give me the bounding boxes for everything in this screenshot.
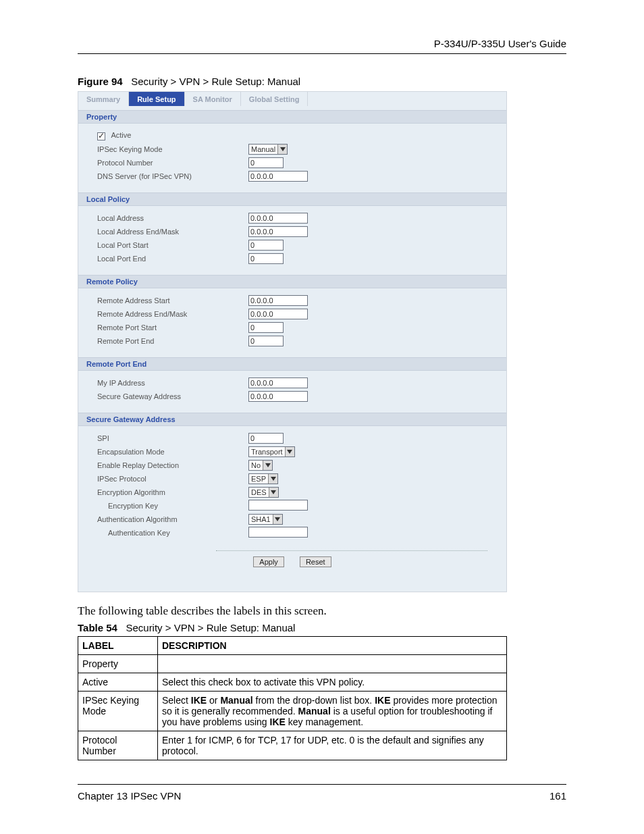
local-input-0[interactable]: 0.0.0.0 xyxy=(248,213,308,224)
table-row: IPSec Keying ModeSelect IKE or Manual fr… xyxy=(78,692,507,731)
remote-input-1[interactable]: 0.0.0.0 xyxy=(248,309,308,319)
chevron-down-icon xyxy=(263,461,272,470)
svg-marker-4 xyxy=(271,490,276,494)
svg-marker-3 xyxy=(271,477,276,481)
chevron-down-icon xyxy=(273,515,282,524)
remote-label-2: Remote Port Start xyxy=(97,323,248,332)
rpe-input-1[interactable]: 0.0.0.0 xyxy=(248,391,308,402)
table-row: ActiveSelect this check box to activate … xyxy=(78,673,507,692)
sga-label-2: Enable Replay Detection xyxy=(97,461,248,469)
header-rule xyxy=(78,53,566,54)
chevron-down-icon xyxy=(268,474,277,484)
chevron-down-icon xyxy=(269,488,278,497)
footer-page: 161 xyxy=(549,790,566,802)
sga-input-7[interactable] xyxy=(248,527,308,538)
property-input-2[interactable]: 0.0.0.0 xyxy=(248,171,308,182)
svg-marker-2 xyxy=(265,463,271,467)
section-rpe-head: Remote Port End xyxy=(78,357,506,371)
sga-label-6: Authentication Algorithm xyxy=(97,515,248,523)
svg-marker-1 xyxy=(287,450,292,454)
tab-summary[interactable]: Summary xyxy=(78,92,129,106)
section-sga-head: Secure Gateway Address xyxy=(78,413,506,426)
sga-select-2[interactable]: No xyxy=(248,460,273,471)
chevron-down-icon xyxy=(277,145,287,154)
remote-input-2[interactable]: 0 xyxy=(248,322,284,333)
sga-input-5[interactable] xyxy=(248,500,308,511)
tab-sa-monitor[interactable]: SA Monitor xyxy=(185,92,241,106)
active-label: Active xyxy=(111,131,131,139)
vpn-rule-setup-screenshot: Summary Rule Setup SA Monitor Global Set… xyxy=(78,91,507,592)
sga-label-7: Authentication Key xyxy=(97,529,248,537)
table-caption: Table 54 Security > VPN > Rule Setup: Ma… xyxy=(78,622,566,633)
reset-button[interactable]: Reset xyxy=(300,556,331,567)
remote-label-1: Remote Address End/Mask xyxy=(97,310,248,318)
local-input-3[interactable]: 0 xyxy=(248,253,284,264)
th-description: DESCRIPTION xyxy=(158,637,507,655)
property-select-0[interactable]: Manual xyxy=(248,144,288,155)
local-input-2[interactable]: 0 xyxy=(248,240,284,251)
sga-label-4: Encryption Algorithm xyxy=(97,488,248,496)
rpe-label-1: Secure Gateway Address xyxy=(97,392,248,400)
property-label-1: Protocol Number xyxy=(97,159,248,167)
local-label-3: Local Port End xyxy=(97,255,248,263)
sga-select-4[interactable]: DES xyxy=(248,487,279,498)
description-table: LABEL DESCRIPTION PropertyActiveSelect t… xyxy=(78,636,507,760)
section-property-head: Property xyxy=(78,110,506,124)
sga-label-0: SPI xyxy=(97,434,248,442)
remote-input-3[interactable]: 0 xyxy=(248,336,284,346)
rpe-input-0[interactable]: 0.0.0.0 xyxy=(248,377,308,388)
table-row: Protocol NumberEnter 1 for ICMP, 6 for T… xyxy=(78,731,507,760)
remote-label-3: Remote Port End xyxy=(97,337,248,345)
sga-label-5: Encryption Key xyxy=(97,502,248,510)
svg-marker-0 xyxy=(280,147,286,151)
property-label-2: DNS Server (for IPSec VPN) xyxy=(97,172,248,180)
figure-caption: Figure 94 Security > VPN > Rule Setup: M… xyxy=(78,76,566,87)
local-label-1: Local Address End/Mask xyxy=(97,228,248,236)
apply-button[interactable]: Apply xyxy=(253,556,284,567)
footer-chapter: Chapter 13 IPSec VPN xyxy=(78,790,181,802)
local-label-0: Local Address xyxy=(97,214,248,222)
property-input-1[interactable]: 0 xyxy=(248,157,284,168)
chevron-down-icon xyxy=(285,447,294,457)
guide-title: P-334U/P-335U User's Guide xyxy=(78,38,566,49)
sga-select-1[interactable]: Transport xyxy=(248,446,295,457)
th-label: LABEL xyxy=(78,637,158,655)
sga-select-6[interactable]: SHA1 xyxy=(248,514,283,525)
tab-bar: Summary Rule Setup SA Monitor Global Set… xyxy=(78,92,506,106)
tab-global-setting[interactable]: Global Setting xyxy=(241,92,308,106)
rpe-label-0: My IP Address xyxy=(97,379,248,387)
svg-marker-5 xyxy=(275,517,280,521)
tab-rule-setup[interactable]: Rule Setup xyxy=(129,92,184,106)
sga-label-3: IPSec Protocol xyxy=(97,475,248,483)
local-label-2: Local Port Start xyxy=(97,241,248,249)
sga-label-1: Encapsulation Mode xyxy=(97,448,248,456)
remote-label-0: Remote Address Start xyxy=(97,296,248,305)
section-remote-head: Remote Policy xyxy=(78,275,506,288)
table-row: Property xyxy=(78,655,507,673)
intro-paragraph: The following table describes the labels… xyxy=(78,604,566,618)
dotted-separator xyxy=(216,550,487,551)
sga-input-0[interactable]: 0 xyxy=(248,433,284,444)
remote-input-0[interactable]: 0.0.0.0 xyxy=(248,295,308,306)
property-label-0: IPSec Keying Mode xyxy=(97,145,248,153)
active-checkbox[interactable] xyxy=(97,132,105,140)
sga-select-3[interactable]: ESP xyxy=(248,473,278,484)
local-input-1[interactable]: 0.0.0.0 xyxy=(248,226,308,237)
section-local-head: Local Policy xyxy=(78,192,506,206)
